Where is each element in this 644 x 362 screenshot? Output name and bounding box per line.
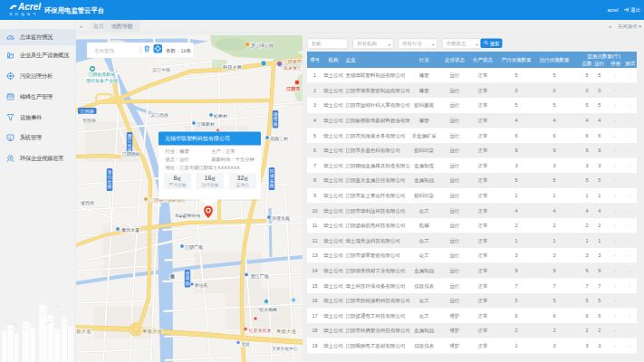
svg-text:路: 路 [274, 121, 278, 127]
svg-text:芙蓉大道: 芙蓉大道 [276, 329, 296, 335]
svg-text:兴澄名庭: 兴澄名庭 [272, 216, 290, 222]
svg-text:天华文化中心: 天华文化中心 [272, 347, 298, 352]
svg-text:科技大桥: 科技大桥 [223, 65, 242, 71]
svg-text:路: 路 [186, 281, 190, 286]
svg-text:澄江广场: 澄江广场 [251, 273, 269, 279]
svg-text:牛桥: 牛桥 [178, 214, 187, 219]
svg-text:现代装备产业园: 现代装备产业园 [86, 79, 118, 84]
svg-text:江阴市: 江阴市 [286, 86, 302, 92]
svg-text:行业：橡塑: 行业：橡塑 [166, 149, 189, 155]
svg-text:高来食汇: 高来食汇 [284, 65, 302, 71]
svg-text:新佳苑: 新佳苑 [195, 283, 208, 289]
svg-text:芙山湖公园: 芙山湖公园 [251, 43, 274, 49]
svg-text:江阴黄田港: 江阴黄田港 [284, 59, 303, 64]
svg-text:名称查找: 名称查找 [94, 48, 114, 54]
svg-text:路: 路 [108, 185, 112, 190]
svg-text:江西路: 江西路 [81, 109, 94, 114]
svg-text:生产：正常: 生产：正常 [212, 149, 235, 155]
svg-text:滨江西路: 滨江西路 [150, 113, 168, 119]
svg-text:蓉大道: 蓉大道 [76, 329, 91, 335]
svg-text:状态：运行: 状态：运行 [165, 157, 189, 162]
svg-text:红星美凯龙: 红星美凯龙 [249, 328, 272, 333]
svg-text:恒大御峰: 恒大御峰 [259, 308, 278, 313]
svg-text:江阴临港新城: 江阴临港新城 [88, 72, 115, 78]
svg-text:花园三村: 花园三村 [270, 137, 288, 142]
svg-text:路: 路 [270, 184, 274, 189]
svg-text:条数：19条: 条数：19条 [166, 49, 191, 54]
svg-text:治污设施: 治污设施 [201, 183, 218, 188]
svg-text:缪西路: 缪西路 [81, 201, 94, 206]
svg-text:地址：江苏无锡江阴华士XXXXXXX: 地址：江苏无锡江阴华士XXXXXXX [165, 166, 240, 171]
svg-text:刷新时间：十五分钟: 刷新时间：十五分钟 [212, 157, 255, 162]
svg-text:产污设施: 产污设施 [168, 183, 186, 188]
svg-text:江阴西站: 江阴西站 [122, 152, 140, 157]
svg-text:无锡华联塑料科技有限公司: 无锡华联塑料科技有限公司 [165, 136, 230, 142]
svg-text:望西路: 望西路 [82, 119, 96, 124]
svg-text:虹桥村: 虹桥村 [214, 114, 227, 119]
svg-text:江锋新村: 江锋新村 [197, 122, 215, 128]
svg-text:北区: 北区 [242, 342, 251, 348]
svg-text:监测点: 监测点 [236, 183, 250, 188]
svg-text:江阴广电: 江阴广电 [185, 245, 203, 251]
svg-text:滨江中路: 滨江中路 [152, 67, 170, 72]
svg-text:摩尔大厦: 摩尔大厦 [121, 228, 139, 233]
svg-text:芙蓉大道: 芙蓉大道 [142, 329, 162, 335]
